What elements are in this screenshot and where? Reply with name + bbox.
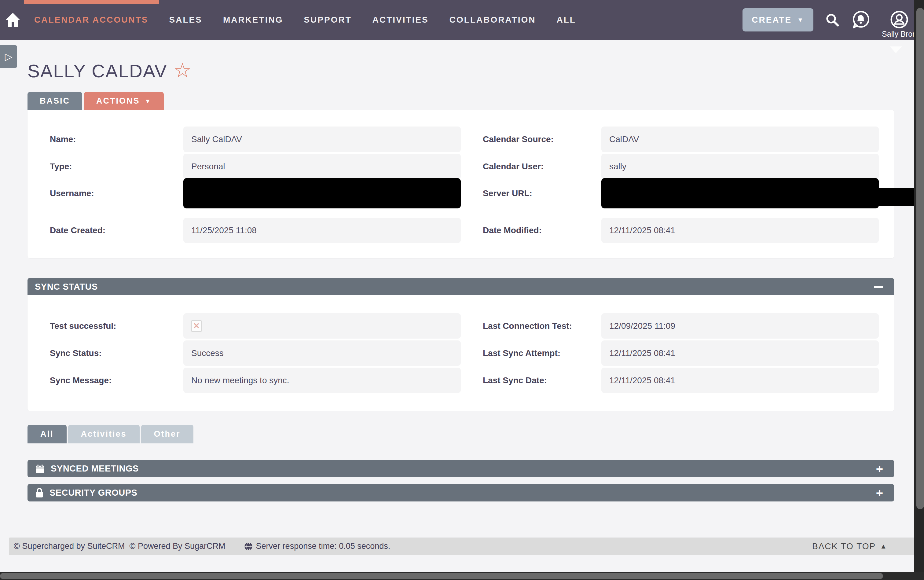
- field-label-calendar-source: Calendar Source:: [483, 135, 601, 144]
- tab-basic[interactable]: BASIC: [28, 92, 82, 110]
- field-value-username-redacted: [183, 178, 461, 208]
- field-value-sync-status: Success: [183, 340, 461, 366]
- create-button-label: CREATE: [752, 15, 792, 25]
- security-groups-title: SECURITY GROUPS: [49, 488, 137, 498]
- sidebar-expand-button[interactable]: ▷: [0, 45, 17, 68]
- field-value-date-modified: 12/11/2025 08:41: [601, 218, 879, 243]
- caret-up-icon: ▲: [880, 542, 887, 550]
- field-label-last-sync-date: Last Sync Date:: [483, 376, 601, 386]
- field-label-sync-status: Sync Status:: [28, 348, 183, 358]
- field-row-name-source: Name: Sally CalDAV Calendar Source: CalD…: [28, 127, 894, 152]
- favorite-star-icon[interactable]: ☆: [173, 60, 191, 81]
- search-icon: [825, 13, 840, 27]
- sugarcrm-credit: © Powered By SugarCRM: [130, 542, 226, 551]
- lock-icon: [35, 488, 44, 498]
- field-label-calendar-user: Calendar User:: [483, 161, 601, 171]
- field-value-sync-message: No new meetings to sync.: [183, 367, 461, 393]
- nav-item-sales[interactable]: SALES: [159, 0, 212, 40]
- page-footer: © Supercharged by SuiteCRM © Powered By …: [9, 537, 915, 555]
- search-button[interactable]: [825, 13, 840, 27]
- field-value-name: Sally CalDAV: [183, 127, 461, 152]
- back-to-top-label: BACK TO TOP: [812, 542, 876, 551]
- actions-dropdown-button[interactable]: ACTIONS ▼: [84, 92, 164, 110]
- field-value-type: Personal: [183, 154, 461, 180]
- collapsed-dropdown-caret-icon: [890, 46, 902, 53]
- suitecrm-detail-view: CALENDAR ACCOUNTS SALES MARKETING SUPPOR…: [0, 0, 924, 580]
- nav-item-marketing[interactable]: MARKETING: [212, 0, 294, 40]
- field-value-test-successful: ✕: [183, 313, 461, 339]
- field-value-date-created: 11/25/2025 11:08: [183, 218, 461, 243]
- sync-row-3: Sync Message: No new meetings to sync. L…: [28, 367, 894, 393]
- nav-right-controls: CREATE ▼: [743, 0, 917, 40]
- expand-plus-icon[interactable]: +: [876, 463, 883, 475]
- field-label-date-created: Date Created:: [28, 226, 183, 235]
- field-value-calendar-source: CalDAV: [601, 127, 879, 152]
- synced-meetings-panel-header[interactable]: SYNCED MEETINGS +: [28, 460, 894, 477]
- field-label-name: Name:: [28, 135, 183, 144]
- field-label-sync-message: Sync Message:: [28, 376, 183, 386]
- vertical-scrollbar-thumb[interactable]: [916, 8, 924, 509]
- user-avatar-icon: [890, 10, 909, 29]
- chevron-down-icon: ▼: [145, 98, 152, 104]
- create-button[interactable]: CREATE ▼: [743, 8, 814, 31]
- field-label-date-modified: Date Modified:: [483, 226, 601, 235]
- triangle-right-icon: ▷: [5, 51, 13, 63]
- chevron-down-icon: ▼: [797, 17, 804, 23]
- server-response-time: Server response time: 0.05 seconds.: [256, 542, 390, 551]
- sync-status-header[interactable]: SYNC STATUS: [28, 278, 894, 295]
- field-value-calendar-user: sally: [601, 154, 879, 180]
- field-value-server-url-redacted: [601, 178, 879, 208]
- tab-basic-label: BASIC: [40, 96, 70, 106]
- page-title: SALLY CALDAV: [28, 61, 168, 82]
- field-value-last-sync-attempt: 12/11/2025 08:41: [601, 340, 879, 366]
- filter-tab-other[interactable]: Other: [141, 425, 193, 443]
- field-row-dates: Date Created: 11/25/2025 11:08 Date Modi…: [28, 218, 894, 243]
- field-label-username: Username:: [28, 189, 183, 198]
- nav-item-support[interactable]: SUPPORT: [293, 0, 362, 40]
- nav-item-collaboration[interactable]: COLLABORATION: [439, 0, 546, 40]
- sync-status-title: SYNC STATUS: [35, 282, 98, 292]
- globe-icon: [244, 542, 253, 551]
- vertical-scrollbar-track[interactable]: [914, 0, 924, 580]
- field-row-username-url: Username: Server URL:: [28, 178, 894, 208]
- security-groups-panel-header[interactable]: SECURITY GROUPS +: [28, 484, 894, 501]
- field-label-last-connection-test: Last Connection Test:: [483, 321, 601, 331]
- home-button[interactable]: [2, 0, 24, 40]
- related-filter-tabs: All Activities Other: [28, 425, 193, 443]
- field-label-test-successful: Test successful:: [28, 321, 183, 331]
- suitecrm-credit: © Supercharged by SuiteCRM: [14, 542, 125, 551]
- nav-item-all[interactable]: ALL: [546, 0, 586, 40]
- top-navbar: CALENDAR ACCOUNTS SALES MARKETING SUPPOR…: [0, 0, 924, 40]
- synced-meetings-title: SYNCED MEETINGS: [51, 463, 139, 474]
- filter-tab-activities[interactable]: Activities: [68, 425, 140, 443]
- view-tabs: BASIC ACTIONS ▼: [28, 92, 164, 110]
- nav-item-activities[interactable]: ACTIVITIES: [362, 0, 439, 40]
- record-detail-panel: Name: Sally CalDAV Calendar Source: CalD…: [28, 110, 894, 258]
- collapse-minus-icon[interactable]: [874, 286, 883, 288]
- field-label-server-url: Server URL:: [483, 189, 601, 198]
- actions-label: ACTIONS: [96, 96, 140, 106]
- expand-plus-icon[interactable]: +: [876, 487, 883, 499]
- field-row-type-user: Type: Personal Calendar User: sally: [28, 154, 894, 180]
- sync-row-2: Sync Status: Success Last Sync Attempt: …: [28, 340, 894, 366]
- back-to-top-button[interactable]: BACK TO TOP ▲: [810, 541, 889, 552]
- calendar-icon: [35, 463, 45, 474]
- nav-items: CALENDAR ACCOUNTS SALES MARKETING SUPPOR…: [24, 0, 586, 40]
- nav-item-calendar-accounts[interactable]: CALENDAR ACCOUNTS: [24, 0, 159, 40]
- filter-tab-all[interactable]: All: [28, 425, 67, 443]
- user-menu: Sally Bron: [882, 10, 917, 38]
- field-label-last-sync-attempt: Last Sync Attempt:: [483, 348, 601, 358]
- record-header: SALLY CALDAV ☆: [28, 61, 191, 82]
- notifications-button[interactable]: [851, 10, 870, 29]
- field-value-last-connection-test: 12/09/2025 11:09: [601, 313, 879, 339]
- sync-status-panel: Test successful: ✕ Last Connection Test:…: [28, 295, 894, 411]
- horizontal-scrollbar-thumb[interactable]: [0, 573, 883, 579]
- current-user-name: Sally Bron: [882, 30, 917, 38]
- profile-button[interactable]: [890, 10, 909, 29]
- field-value-last-sync-date: 12/11/2025 08:41: [601, 367, 879, 393]
- horizontal-scrollbar-track[interactable]: [0, 572, 924, 580]
- checkbox-checked-icon: ✕: [191, 320, 202, 332]
- bell-icon: [851, 10, 870, 29]
- sync-row-1: Test successful: ✕ Last Connection Test:…: [28, 313, 894, 339]
- home-icon: [5, 12, 21, 28]
